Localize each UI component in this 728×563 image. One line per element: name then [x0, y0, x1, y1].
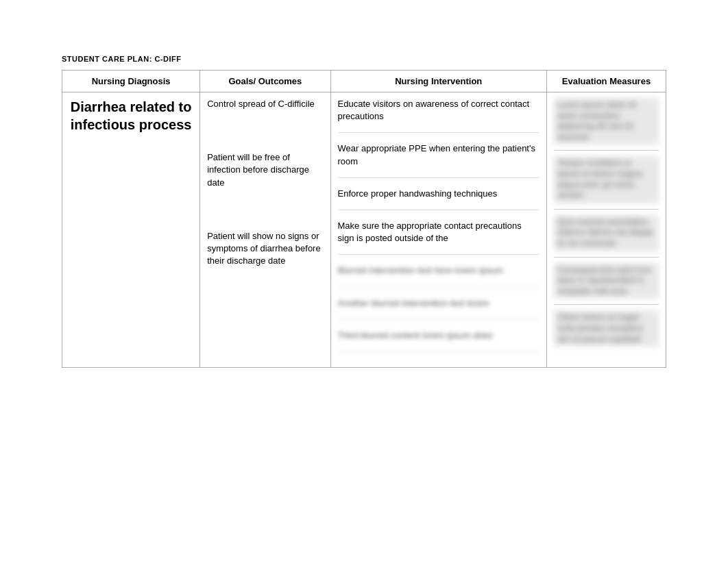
diagnosis-cell: Diarrhea related to infectious process	[62, 92, 200, 368]
eval-block-2: Tempor incididunt ut labore et dolore ma…	[554, 156, 659, 203]
eval-block-4: Consequat duis aute irure dolor in repre…	[554, 263, 659, 299]
goal-item-1: Control spread of C-difficile	[207, 98, 323, 110]
intervention-item-2: Wear appropriate PPE when entering the p…	[338, 142, 539, 177]
intervention-item-3: Enforce proper handwashing techniques	[338, 188, 539, 210]
goal-item-3: Patient will show no signs or symptoms o…	[207, 230, 323, 268]
header-diagnosis: Nursing Diagnosis	[62, 71, 200, 92]
eval-separator-2	[554, 209, 659, 210]
eval-block-3: Quis nostrud exercitation ullamco labori…	[554, 215, 659, 251]
page-title: STUDENT CARE PLAN: C-DIFF	[62, 55, 666, 63]
header-evaluation: Evaluation Measures	[546, 71, 666, 92]
table-row: Diarrhea related to infectious process C…	[62, 92, 666, 368]
interventions-cell: Educate visitors on awareness of correct…	[330, 92, 546, 368]
goals-cell: Control spread of C-difficile Patient wi…	[200, 92, 330, 368]
page-container: STUDENT CARE PLAN: C-DIFF Nursing Diagno…	[0, 0, 728, 423]
intervention-item-blurred-2: Another blurred intervention text lorem	[338, 297, 539, 320]
intervention-item-blurred-3: Third blurred content lorem ipsum dolor	[338, 329, 539, 352]
diagnosis-text: Diarrhea related to infectious process	[69, 98, 193, 134]
intervention-item-1: Educate visitors on awareness of correct…	[338, 98, 539, 133]
goal-item-2: Patient will be free of infection before…	[207, 151, 323, 189]
care-plan-table: Nursing Diagnosis Goals/ Outcomes Nursin…	[62, 70, 666, 368]
evaluation-cell: Lorem ipsum dolor sit amet consectetur a…	[546, 92, 666, 368]
eval-separator-4	[554, 304, 659, 305]
header-interventions: Nursing Intervention	[330, 71, 546, 92]
header-goals: Goals/ Outcomes	[200, 71, 330, 92]
intervention-item-4: Make sure the appropriate contact precau…	[338, 220, 539, 255]
eval-separator-1	[554, 150, 659, 151]
eval-block-1: Lorem ipsum dolor sit amet consectetur a…	[554, 98, 659, 145]
intervention-item-blurred-1: Blurred intervention text here lorem ips…	[338, 264, 539, 287]
eval-separator-3	[554, 257, 659, 258]
eval-block-5: Cillum dolore eu fugiat nulla pariatur e…	[554, 310, 659, 347]
